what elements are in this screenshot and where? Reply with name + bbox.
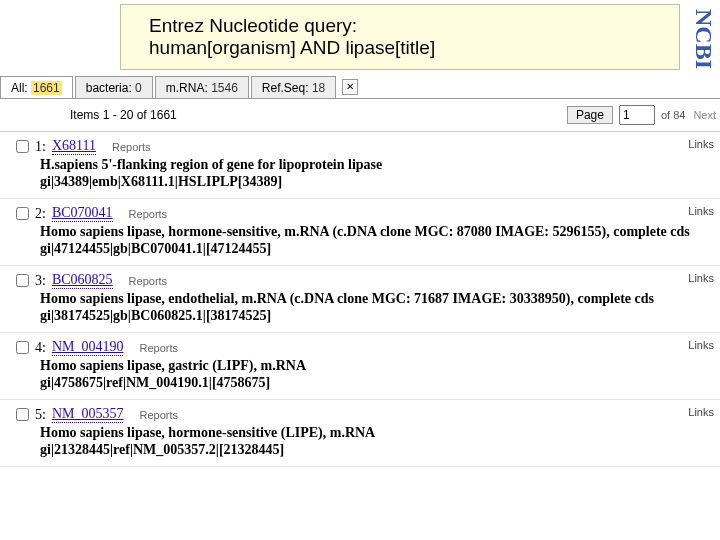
result-item: Links2:BC070041ReportsHomo sapiens lipas…: [0, 199, 720, 266]
result-description: Homo sapiens lipase, hormone-sensitive (…: [40, 425, 714, 441]
result-gi: gi|47124455|gb|BC070041.1|[47124455]: [40, 241, 714, 257]
close-tab-button[interactable]: ✕: [342, 79, 358, 95]
result-index: 3:: [35, 273, 46, 289]
result-gi: gi|34389|emb|X68111.1|HSLIPLP[34389]: [40, 174, 714, 190]
links-menu[interactable]: Links: [688, 272, 714, 284]
select-checkbox[interactable]: [16, 341, 29, 354]
result-description: Homo sapiens lipase, hormone-sensitive, …: [40, 224, 714, 240]
result-gi: gi|21328445|ref|NM_005357.2|[21328445]: [40, 442, 714, 458]
pagination-toolbar: Items 1 - 20 of 1661 Page of 84 Next: [0, 99, 720, 132]
select-checkbox[interactable]: [16, 408, 29, 421]
accession-link[interactable]: BC070041: [52, 205, 113, 222]
accession-link[interactable]: BC060825: [52, 272, 113, 289]
accession-link[interactable]: NM_005357: [52, 406, 124, 423]
result-description: Homo sapiens lipase, endothelial, m.RNA …: [40, 291, 714, 307]
reports-link[interactable]: Reports: [129, 275, 168, 287]
tab-bacteria[interactable]: bacteria: 0: [75, 76, 153, 98]
reports-link[interactable]: Reports: [139, 409, 178, 421]
reports-link[interactable]: Reports: [129, 208, 168, 220]
result-index: 1:: [35, 139, 46, 155]
query-banner: Entrez Nucleotide query: human[organism]…: [120, 4, 680, 70]
accession-link[interactable]: X68111: [52, 138, 96, 155]
tab-mrna[interactable]: m.RNA: 1546: [155, 76, 249, 98]
tab-mrna-label: m.RNA:: [166, 81, 208, 95]
result-description: Homo sapiens lipase, gastric (LIPF), m.R…: [40, 358, 714, 374]
result-index: 4:: [35, 340, 46, 356]
result-index: 2:: [35, 206, 46, 222]
category-tabs: All: 1661 bacteria: 0 m.RNA: 1546 Ref.Se…: [0, 76, 720, 99]
links-menu[interactable]: Links: [688, 205, 714, 217]
page-of-label: of 84: [661, 109, 685, 121]
ncbi-logo: NCBI: [690, 9, 717, 69]
tab-all[interactable]: All: 1661: [0, 76, 73, 98]
page-input[interactable]: [619, 105, 655, 125]
tab-bacteria-count: 0: [135, 81, 142, 95]
result-description: H.sapiens 5'-flanking region of gene for…: [40, 157, 714, 173]
tab-mrna-count: 1546: [211, 81, 238, 95]
select-checkbox[interactable]: [16, 274, 29, 287]
accession-link[interactable]: NM_004190: [52, 339, 124, 356]
tab-all-label: All:: [11, 81, 28, 95]
result-item: Links5:NM_005357ReportsHomo sapiens lipa…: [0, 400, 720, 467]
result-item: Links4:NM_004190ReportsHomo sapiens lipa…: [0, 333, 720, 400]
result-gi: gi|38174525|gb|BC060825.1|[38174525]: [40, 308, 714, 324]
tab-refseq-count: 18: [312, 81, 325, 95]
tab-all-count: 1661: [31, 81, 62, 95]
page-label: Page: [567, 106, 613, 124]
query-string: human[organism] AND lipase[title]: [149, 37, 651, 59]
result-index: 5:: [35, 407, 46, 423]
reports-link[interactable]: Reports: [139, 342, 178, 354]
reports-link[interactable]: Reports: [112, 141, 151, 153]
select-checkbox[interactable]: [16, 140, 29, 153]
result-item: Links1:X68111ReportsH.sapiens 5'-flankin…: [0, 132, 720, 199]
tab-bacteria-label: bacteria:: [86, 81, 132, 95]
select-checkbox[interactable]: [16, 207, 29, 220]
links-menu[interactable]: Links: [688, 406, 714, 418]
links-menu[interactable]: Links: [688, 138, 714, 150]
links-menu[interactable]: Links: [688, 339, 714, 351]
tab-refseq[interactable]: Ref.Seq: 18: [251, 76, 336, 98]
tab-refseq-label: Ref.Seq:: [262, 81, 309, 95]
next-page-link[interactable]: Next: [693, 109, 716, 121]
result-gi: gi|4758675|ref|NM_004190.1|[4758675]: [40, 375, 714, 391]
result-item: Links3:BC060825ReportsHomo sapiens lipas…: [0, 266, 720, 333]
results-list: Links1:X68111ReportsH.sapiens 5'-flankin…: [0, 132, 720, 467]
items-range: Items 1 - 20 of 1661: [70, 108, 177, 122]
query-label: Entrez Nucleotide query:: [149, 15, 651, 37]
